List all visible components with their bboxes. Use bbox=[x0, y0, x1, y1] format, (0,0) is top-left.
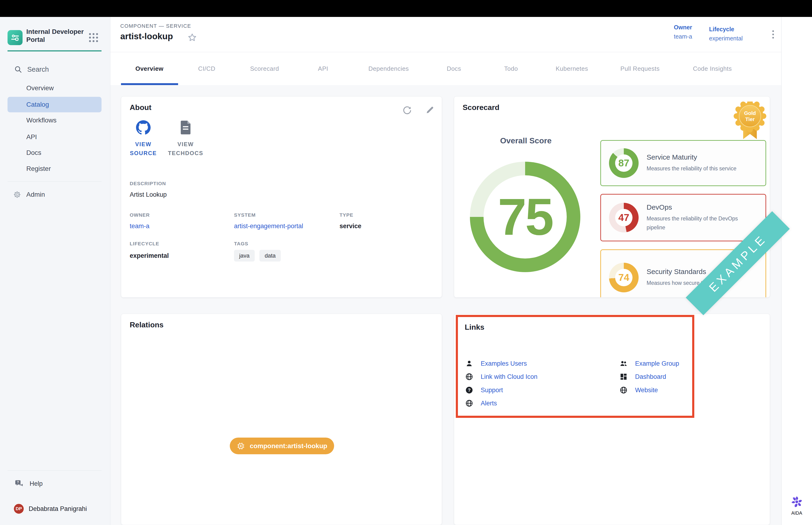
link-alerts[interactable]: Alerts bbox=[465, 397, 606, 410]
edit-pencil-icon[interactable] bbox=[425, 105, 435, 115]
globe-icon bbox=[465, 399, 473, 407]
help-circle-icon: ? bbox=[465, 386, 473, 394]
dashboard-icon bbox=[619, 373, 628, 381]
lifecycle-field-value: experimental bbox=[130, 252, 169, 259]
system-field-label: SYSTEM bbox=[234, 212, 256, 218]
security-standards-donut: 74 bbox=[609, 263, 639, 292]
sidebar-item-api[interactable]: API bbox=[7, 129, 102, 145]
right-side-strip: AIDA bbox=[781, 17, 812, 525]
sidebar-item-admin[interactable]: Admin bbox=[13, 188, 103, 201]
type-field-label: TYPE bbox=[339, 212, 353, 218]
tab-code-insights[interactable]: Code Insights bbox=[693, 52, 732, 85]
component-chip-icon bbox=[236, 442, 245, 450]
score-item-devops[interactable]: 47 DevOps Measures the reliability of th… bbox=[600, 194, 766, 241]
refresh-icon[interactable] bbox=[402, 105, 412, 115]
help-chat-icon: ? bbox=[15, 479, 24, 488]
owner-field-label: OWNER bbox=[130, 212, 150, 218]
link-example-group[interactable]: Example Group bbox=[619, 357, 690, 370]
type-field-value: service bbox=[339, 223, 361, 230]
score-item-service-maturity[interactable]: 87 Service Maturity Measures the reliabi… bbox=[600, 140, 766, 186]
tab-dependencies[interactable]: Dependencies bbox=[368, 52, 409, 85]
link-website[interactable]: Website bbox=[619, 384, 690, 397]
sidebar-item-help[interactable]: ? Help bbox=[15, 477, 104, 490]
link-examples-users[interactable]: Examples Users bbox=[465, 357, 606, 370]
sidebar-item-search[interactable]: Search bbox=[14, 63, 103, 75]
score-value: 47 bbox=[618, 212, 629, 223]
sidebar-user[interactable]: DP Debabrata Panigrahi bbox=[13, 502, 107, 515]
aida-assistant-button[interactable]: AIDA bbox=[788, 495, 805, 518]
tab-scorecard[interactable]: Scorecard bbox=[250, 52, 279, 85]
owner-field-value[interactable]: team-a bbox=[130, 223, 150, 230]
view-techdocs-action[interactable]: VIEW TECHDOCS bbox=[167, 120, 204, 158]
app-logo[interactable] bbox=[7, 30, 22, 45]
active-tab-indicator bbox=[121, 83, 178, 85]
sidebar-item-catalog[interactable]: Catalog bbox=[7, 97, 102, 112]
lifecycle-label: Lifecycle bbox=[709, 26, 743, 33]
score-item-name: Service Maturity bbox=[647, 153, 736, 161]
link-label[interactable]: Alerts bbox=[481, 400, 497, 407]
overall-score-donut: 75 bbox=[470, 162, 580, 272]
link-label[interactable]: Examples Users bbox=[481, 360, 527, 367]
sidebar-divider bbox=[7, 181, 102, 182]
link-label[interactable]: Example Group bbox=[635, 360, 679, 367]
tab-cicd[interactable]: CI/CD bbox=[198, 52, 215, 85]
group-icon bbox=[619, 360, 628, 368]
tab-api[interactable]: API bbox=[318, 52, 328, 85]
sliders-icon bbox=[10, 33, 20, 42]
svg-text:?: ? bbox=[17, 480, 19, 484]
favorite-star-icon[interactable] bbox=[187, 32, 197, 43]
owner-label: Owner bbox=[674, 24, 692, 31]
service-maturity-donut: 87 bbox=[609, 148, 639, 178]
view-source-action[interactable]: VIEW SOURCE bbox=[124, 120, 162, 158]
sidebar-accent-rule bbox=[7, 50, 102, 51]
tab-todo[interactable]: Todo bbox=[504, 52, 518, 85]
description-value: Artist Lookup bbox=[130, 191, 167, 198]
tab-docs[interactable]: Docs bbox=[447, 52, 461, 85]
gear-icon bbox=[13, 191, 21, 198]
link-with-cloud-icon[interactable]: Link with Cloud Icon bbox=[465, 370, 606, 383]
brand-title: Internal Developer Portal bbox=[26, 28, 88, 44]
user-icon bbox=[465, 360, 473, 368]
relation-node-chip[interactable]: component:artist-lookup bbox=[230, 438, 334, 454]
tab-overview[interactable]: Overview bbox=[135, 52, 164, 85]
devops-donut: 47 bbox=[609, 203, 639, 232]
tab-pull-requests[interactable]: Pull Requests bbox=[621, 52, 660, 85]
entity-header: COMPONENT — SERVICE artist-lookup Owner … bbox=[110, 17, 781, 52]
nav-label: Docs bbox=[26, 149, 41, 156]
page-title: artist-lookup bbox=[120, 31, 173, 41]
sidebar-item-register[interactable]: Register bbox=[7, 161, 102, 177]
link-label[interactable]: Dashboard bbox=[635, 373, 666, 380]
sidebar: Internal Developer Portal Search Overvie… bbox=[0, 17, 110, 525]
view-techdocs-label: VIEW TECHDOCS bbox=[167, 140, 204, 158]
relations-card: Relations component:artist-lookup bbox=[121, 314, 442, 525]
overall-score-value: 75 bbox=[498, 187, 553, 247]
link-label[interactable]: Support bbox=[481, 387, 503, 394]
scorecard-title: Scorecard bbox=[463, 103, 500, 112]
sidebar-item-workflows[interactable]: Workflows bbox=[7, 112, 102, 128]
app-grid-icon[interactable] bbox=[88, 32, 99, 43]
more-menu-icon[interactable] bbox=[768, 27, 778, 42]
links-title: Links bbox=[465, 323, 485, 332]
score-item-name: DevOps bbox=[647, 203, 745, 211]
entity-kind-breadcrumb: COMPONENT — SERVICE bbox=[120, 23, 191, 29]
tag-chip[interactable]: data bbox=[259, 250, 281, 261]
link-support[interactable]: ? Support bbox=[465, 384, 606, 397]
about-title: About bbox=[130, 103, 151, 112]
lifecycle-field-label: LIFECYCLE bbox=[130, 241, 159, 246]
links-card: Links Examples Users Link with Cloud Ico… bbox=[454, 314, 770, 525]
sidebar-item-docs[interactable]: Docs bbox=[7, 145, 102, 161]
sidebar-divider bbox=[7, 470, 102, 471]
sidebar-item-overview[interactable]: Overview bbox=[7, 80, 102, 96]
link-label[interactable]: Link with Cloud Icon bbox=[481, 373, 538, 380]
system-field-value[interactable]: artist-engagement-portal bbox=[234, 223, 303, 230]
nav-label: Overview bbox=[26, 84, 54, 92]
tab-kubernetes[interactable]: Kubernetes bbox=[556, 52, 588, 85]
aida-flower-icon bbox=[790, 495, 803, 509]
owner-block[interactable]: Owner team-a bbox=[674, 24, 692, 40]
user-name: Debabrata Panigrahi bbox=[29, 505, 87, 512]
owner-value[interactable]: team-a bbox=[674, 33, 692, 40]
tag-chip[interactable]: java bbox=[234, 250, 255, 261]
tab-bar: Overview CI/CD Scorecard API Dependencie… bbox=[110, 52, 781, 85]
link-label[interactable]: Website bbox=[635, 387, 658, 394]
link-dashboard[interactable]: Dashboard bbox=[619, 370, 690, 383]
